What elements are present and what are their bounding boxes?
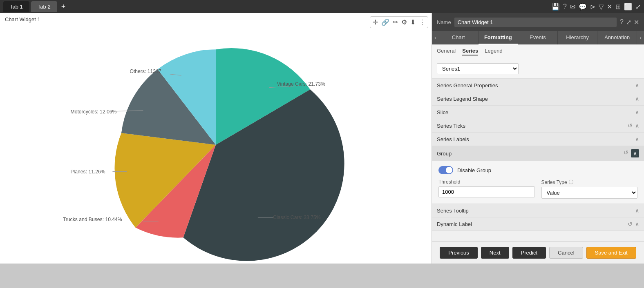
- toggle-label: Disable Group: [457, 167, 491, 173]
- collapse-icon-5[interactable]: ∧: [635, 136, 639, 142]
- sub-tab-general[interactable]: General: [437, 48, 456, 55]
- label-motorcycles: Motorcycles: 12.06%: [71, 109, 117, 115]
- sub-tab-legend[interactable]: Legend: [485, 48, 502, 55]
- tab-1[interactable]: Tab 1: [3, 1, 29, 12]
- series-type-field-group: Series Type ⓘ Value Percent Count: [541, 179, 638, 199]
- prop-series-ticks[interactable]: Series Ticks ↺ ∧: [432, 119, 644, 133]
- main-area: Chart Widget 1 ✛ 🔗 ✏ ⚙ ⬇ ⋮: [0, 13, 644, 264]
- collapse-icon-4[interactable]: ∧: [635, 122, 639, 129]
- email-icon[interactable]: ✉: [570, 3, 575, 11]
- group-expanded-section: Disable Group Threshold Series Type ⓘ Va…: [432, 161, 644, 204]
- series-select[interactable]: Series1 Series2: [437, 63, 519, 74]
- collapse-icon[interactable]: ∧: [635, 82, 639, 89]
- label-planes: Planes: 11.26%: [71, 169, 105, 175]
- collapse-icon-6[interactable]: ∧: [631, 149, 639, 157]
- canvas-area: Chart Widget 1 ✛ 🔗 ✏ ⚙ ⬇ ⋮: [0, 13, 432, 264]
- collapse-icon-7[interactable]: ∧: [635, 207, 639, 214]
- disable-group-toggle[interactable]: [438, 166, 453, 174]
- panel-tabs: ‹ Chart Formatting Events Hierarchy Anno…: [432, 31, 644, 44]
- top-icons: 💾 ? ✉ 💬 ⊳ ▽ ✕ ⊞ ⬜ ⤢: [552, 3, 641, 11]
- filter2-icon[interactable]: ▽: [599, 3, 604, 11]
- collapse-icon-3[interactable]: ∧: [635, 109, 639, 115]
- panel-header: Name ? ⤢ ✕: [432, 13, 644, 31]
- name-label: Name: [437, 19, 451, 25]
- sub-tab-series[interactable]: Series: [462, 48, 478, 55]
- panel-header-actions: ? ⤢ ✕: [620, 18, 639, 26]
- widget-name-input[interactable]: [454, 18, 617, 27]
- label-classic-cars: Classic Cars: 33.75%: [273, 215, 320, 220]
- pie-chart: Vintage Cars: 21.73% Classic Cars: 33.75…: [20, 27, 412, 263]
- series-type-select[interactable]: Value Percent Count: [541, 187, 638, 199]
- expand-icon[interactable]: ⤢: [635, 3, 641, 11]
- toggle-knob: [446, 167, 452, 173]
- series-selector: Series1 Series2: [432, 59, 644, 79]
- chart-container: Vintage Cars: 21.73% Classic Cars: 33.75…: [0, 26, 432, 264]
- threshold-input[interactable]: [438, 186, 535, 197]
- toggle-row: Disable Group: [438, 166, 637, 174]
- refresh-icon-dynamic[interactable]: ↺: [628, 221, 633, 227]
- prop-slice[interactable]: Slice ∧: [432, 106, 644, 119]
- label-trucks: Trucks and Buses: 10.44%: [63, 217, 122, 222]
- label-others: Others: 11317: [130, 69, 161, 74]
- threshold-label: Threshold: [438, 179, 535, 185]
- refresh-icon-group[interactable]: ↺: [624, 149, 628, 157]
- prop-dynamic-label[interactable]: Dynamic Label ↺ ∧: [432, 217, 644, 231]
- tabs-next-arrow[interactable]: ›: [637, 31, 644, 44]
- edit-icon[interactable]: ✏: [393, 18, 398, 26]
- more-icon[interactable]: ⋮: [419, 18, 425, 26]
- add-tab-button[interactable]: +: [59, 2, 68, 11]
- panel-help-icon[interactable]: ?: [620, 18, 624, 26]
- refresh-icon-ticks[interactable]: ↺: [628, 122, 633, 129]
- tab-hierarchy[interactable]: Hierarchy: [558, 31, 597, 44]
- grid-icon[interactable]: ⊞: [615, 3, 621, 11]
- collapse-icon-8[interactable]: ∧: [635, 221, 639, 227]
- filter1-icon[interactable]: ⊳: [590, 3, 595, 11]
- help-icon[interactable]: ?: [563, 3, 567, 10]
- settings-icon[interactable]: ⚙: [401, 18, 407, 26]
- threshold-field-group: Threshold: [438, 179, 535, 197]
- tabs-prev-arrow[interactable]: ‹: [432, 31, 439, 44]
- link-icon[interactable]: 🔗: [381, 18, 389, 26]
- chat-icon[interactable]: 💬: [579, 3, 587, 11]
- monitor-icon[interactable]: ⬜: [624, 3, 632, 11]
- right-panel: Name ? ⤢ ✕ ‹ Chart Formatting Events Hie…: [432, 13, 644, 264]
- collapse-icon-2[interactable]: ∧: [635, 95, 639, 102]
- panel-footer: Previous Next Predict Cancel Save and Ex…: [432, 241, 644, 264]
- move-icon[interactable]: ✛: [373, 18, 378, 26]
- next-button[interactable]: Next: [481, 247, 509, 259]
- tab-formatting[interactable]: Formatting: [479, 31, 518, 44]
- tab-annotation[interactable]: Annotation: [597, 31, 637, 44]
- tab-chart[interactable]: Chart: [439, 31, 479, 44]
- prop-series-tooltip[interactable]: Series Tooltip ∧: [432, 204, 644, 217]
- prop-series-labels[interactable]: Series Labels ∧: [432, 133, 644, 146]
- save-exit-button[interactable]: Save and Exit: [586, 247, 636, 259]
- close-icon[interactable]: ✕: [607, 3, 612, 11]
- properties-list: Series General Properties ∧ Series Legen…: [432, 79, 644, 241]
- series-type-info-icon[interactable]: ⓘ: [569, 179, 573, 185]
- previous-button[interactable]: Previous: [440, 247, 478, 259]
- panel-close-icon[interactable]: ✕: [634, 18, 639, 26]
- tab-events[interactable]: Events: [518, 31, 558, 44]
- prop-group[interactable]: Group ↺ ∧: [432, 146, 644, 161]
- prop-series-general[interactable]: Series General Properties ∧: [432, 79, 644, 92]
- tab-2[interactable]: Tab 2: [31, 1, 57, 12]
- cancel-button[interactable]: Cancel: [549, 247, 583, 259]
- canvas-title: Chart Widget 1: [0, 13, 432, 26]
- prop-series-legend-shape[interactable]: Series Legend Shape ∧: [432, 92, 644, 106]
- sub-tabs: General Series Legend: [432, 44, 644, 59]
- threshold-row: Threshold Series Type ⓘ Value Percent Co…: [438, 179, 637, 199]
- download-icon[interactable]: ⬇: [410, 18, 416, 26]
- label-vintage-cars: Vintage Cars: 21.73%: [277, 81, 325, 87]
- save-icon[interactable]: 💾: [552, 3, 560, 11]
- panel-resize-icon[interactable]: ⤢: [626, 18, 631, 26]
- top-bar: Tab 1 Tab 2 + 💾 ? ✉ 💬 ⊳ ▽ ✕ ⊞ ⬜ ⤢: [0, 0, 644, 13]
- series-type-label: Series Type ⓘ: [541, 179, 638, 185]
- bottom-bar: [0, 264, 644, 288]
- predict-button[interactable]: Predict: [512, 247, 546, 259]
